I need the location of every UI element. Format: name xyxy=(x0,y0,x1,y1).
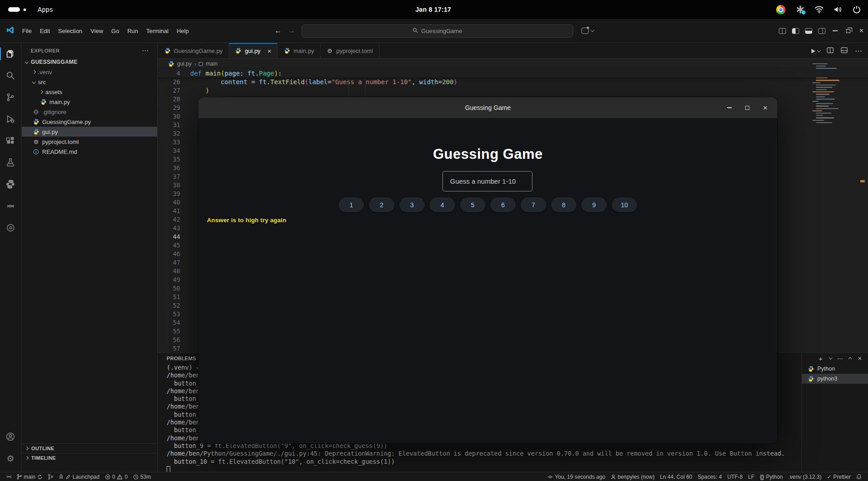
maximize-panel-icon[interactable] xyxy=(848,357,852,361)
guess-button-5[interactable]: 5 xyxy=(460,197,485,212)
indentation-item[interactable]: Spaces: 4 xyxy=(695,472,724,481)
notifications-bell[interactable] xyxy=(854,472,864,481)
terminal-list-item-python[interactable]: Python xyxy=(802,364,868,374)
app-tray-icon[interactable] xyxy=(796,5,805,14)
new-terminal-icon[interactable]: + xyxy=(819,355,823,362)
guess-button-7[interactable]: 7 xyxy=(521,197,546,212)
breadcrumb[interactable]: gui.py › main xyxy=(158,59,868,69)
close-panel-icon[interactable]: × xyxy=(858,355,862,362)
tree-item-.gitignore[interactable]: .gitignore xyxy=(22,107,157,117)
menu-edit[interactable]: Edit xyxy=(36,26,54,36)
guess-button-9[interactable]: 9 xyxy=(581,197,607,212)
toggle-panel-icon[interactable] xyxy=(805,28,812,34)
tab-pyproject.toml[interactable]: ⚙pyproject.toml xyxy=(321,43,379,58)
gg-minimize-button[interactable] xyxy=(727,107,732,108)
toggle-secondary-sidebar-icon[interactable] xyxy=(818,28,825,34)
remote-indicator[interactable]: >< xyxy=(4,472,14,481)
language-mode-item[interactable]: {} Python xyxy=(757,472,786,481)
terminal-more-icon[interactable]: ⋯ xyxy=(837,355,844,362)
formatter-item[interactable]: ✓ Prettier xyxy=(824,472,854,481)
copilot-button[interactable] xyxy=(581,28,593,34)
nav-back-button[interactable]: ← xyxy=(274,27,282,35)
terminal-dropdown-icon[interactable] xyxy=(829,356,832,359)
breadcrumb-file[interactable]: gui.py xyxy=(177,61,192,67)
menu-run[interactable]: Run xyxy=(123,26,142,36)
guess-button-10[interactable]: 10 xyxy=(612,197,637,212)
author-item[interactable]: benpyles (now) xyxy=(608,472,657,481)
tree-item-main.py[interactable]: main.py xyxy=(22,97,157,107)
window-close-button[interactable]: × xyxy=(859,27,863,34)
tree-item-assets[interactable]: assets xyxy=(22,87,157,97)
gg-close-button[interactable]: × xyxy=(763,104,767,112)
customize-layout-icon[interactable] xyxy=(779,28,786,34)
window-minimize-button[interactable] xyxy=(833,30,838,31)
guess-button-2[interactable]: 2 xyxy=(369,197,394,212)
menu-go[interactable]: Go xyxy=(107,26,123,36)
interpreter-item[interactable]: .venv (3.12.3) xyxy=(786,472,824,481)
tree-item-readme.md[interactable]: README.md xyxy=(22,147,157,157)
timer-item[interactable]: 53m xyxy=(130,472,153,481)
encoding-item[interactable]: UTF-8 xyxy=(724,472,745,481)
problems-status-item[interactable]: 0 0 xyxy=(102,472,130,481)
tab-main.py[interactable]: main.py xyxy=(278,43,321,58)
guess-button-8[interactable]: 8 xyxy=(551,197,576,212)
outline-section[interactable]: OUTLINE xyxy=(22,443,157,453)
git-branch-item[interactable]: main xyxy=(14,472,45,481)
guess-button-6[interactable]: 6 xyxy=(490,197,516,212)
split-editor-icon[interactable] xyxy=(827,47,834,55)
jupyter-icon[interactable] xyxy=(0,195,21,217)
accounts-icon[interactable] xyxy=(0,426,21,448)
guessing-game-titlebar[interactable]: Guessing Game × xyxy=(198,97,777,118)
timeline-section[interactable]: TIMELINE xyxy=(22,453,157,462)
system-clock[interactable]: Jan 8 17:17 xyxy=(416,6,451,13)
settings-gear-icon[interactable]: ⚙ xyxy=(0,448,21,469)
menu-file[interactable]: File xyxy=(18,26,36,36)
problems-tab[interactable]: PROBLEMS xyxy=(167,356,196,361)
guess-number-field[interactable]: Guess a number 1-10 xyxy=(442,171,532,191)
gg-maximize-button[interactable] xyxy=(745,106,749,110)
toggle-layout-icon[interactable] xyxy=(841,47,848,55)
close-tab-icon[interactable]: × xyxy=(267,47,271,55)
nav-forward-button[interactable]: → xyxy=(288,27,295,35)
guessing-game-window[interactable]: Guessing Game × Guessing Game Guess a nu… xyxy=(198,97,777,443)
cursor-position-item[interactable]: Ln 44, Col 60 xyxy=(657,472,695,481)
launchpad-item[interactable]: Launchpad xyxy=(56,472,102,481)
menu-help[interactable]: Help xyxy=(173,26,193,36)
tree-item-src[interactable]: src xyxy=(22,77,157,87)
extensions-icon[interactable] xyxy=(0,130,21,152)
guess-button-4[interactable]: 4 xyxy=(430,197,455,212)
python-extension-icon[interactable] xyxy=(0,173,21,195)
menu-selection[interactable]: Selection xyxy=(54,26,86,36)
source-control-icon[interactable] xyxy=(0,86,21,108)
search-sidebar-icon[interactable] xyxy=(0,65,21,86)
tree-item-.venv[interactable]: .venv xyxy=(22,67,157,77)
testing-icon[interactable] xyxy=(0,152,21,173)
breadcrumb-symbol[interactable]: main xyxy=(206,61,217,67)
minimap[interactable] xyxy=(812,63,849,172)
volume-icon[interactable] xyxy=(834,6,843,13)
toggle-sidebar-icon[interactable] xyxy=(792,28,799,34)
blame-item[interactable]: You, 19 seconds ago xyxy=(545,472,608,481)
explorer-icon[interactable] xyxy=(0,43,21,65)
menu-view[interactable]: View xyxy=(86,26,107,36)
guess-button-3[interactable]: 3 xyxy=(399,197,425,212)
run-debug-icon[interactable] xyxy=(0,108,21,130)
eol-item[interactable]: LF xyxy=(745,472,757,481)
explorer-more-actions[interactable]: ⋯ xyxy=(142,47,149,55)
more-actions-icon[interactable]: ⋯ xyxy=(855,47,863,55)
workspace-indicator[interactable] xyxy=(8,7,20,12)
tab-gui.py[interactable]: gui.py× xyxy=(229,43,278,58)
tree-item-pyproject.toml[interactable]: ⚙pyproject.toml xyxy=(22,137,157,147)
terminal-list-item-python3[interactable]: python3 xyxy=(802,374,868,384)
tab-guessinggame.py[interactable]: GuessingGame.py xyxy=(158,43,229,58)
tree-item-guessinggame[interactable]: GUESSINGGAME xyxy=(22,57,157,67)
apps-menu[interactable]: Apps xyxy=(38,6,53,13)
power-icon[interactable] xyxy=(853,5,861,14)
command-center-search[interactable]: GuessingGame xyxy=(302,24,573,38)
menu-terminal[interactable]: Terminal xyxy=(142,26,173,36)
remote-explorer-icon[interactable] xyxy=(0,217,21,238)
chrome-icon[interactable] xyxy=(776,5,786,14)
window-restore-button[interactable] xyxy=(846,29,850,33)
tree-item-guessinggame.py[interactable]: GuessingGame.py xyxy=(22,117,157,127)
guess-button-1[interactable]: 1 xyxy=(339,197,364,212)
